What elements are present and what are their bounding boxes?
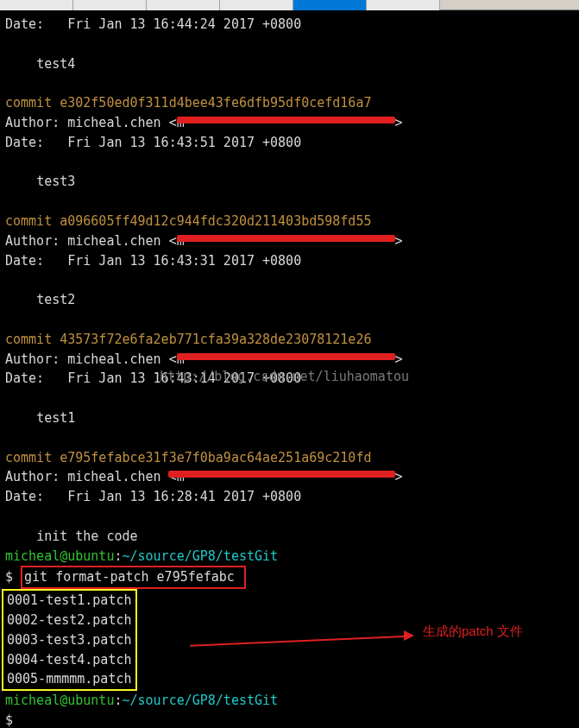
tab[interactable] (0, 0, 73, 10)
commit-date: Date: Fri Jan 13 16:44:24 2017 +0800 (5, 15, 574, 35)
prompt-line: micheal@ubuntu:~/source/GP8/testGit (5, 547, 574, 567)
commit-line: commit a096605ff49d12c944fdc320d211403bd… (5, 212, 574, 231)
tab[interactable] (220, 0, 293, 10)
tab[interactable] (73, 0, 147, 10)
patch-file: 0004-test4.patch (7, 650, 132, 670)
commit-msg: test3 (5, 172, 574, 192)
commit-date: Date: Fri Jan 13 16:43:51 2017 +0800 (5, 133, 574, 153)
annotation-arrow (190, 629, 414, 646)
commit-line: commit e302f50ed0f311d4bee43fe6dfb95df0c… (5, 93, 574, 113)
patch-output-box: 0001-test1.patch 0002-test2.patch 0003-t… (2, 589, 137, 691)
tab-bar (0, 0, 579, 10)
annotation-label: 生成的patch 文件 (423, 622, 523, 642)
tab[interactable] (367, 0, 440, 10)
commit-author: Author: micheal.chen <m > (5, 113, 574, 133)
tab-active[interactable] (293, 0, 367, 10)
tab[interactable] (147, 0, 220, 10)
commit-msg: test4 (5, 54, 574, 74)
redacted-email: m (177, 350, 395, 370)
patch-file: 0003-test3.patch (7, 630, 132, 650)
redacted-email: m (177, 467, 395, 487)
commit-msg: test1 (5, 408, 574, 428)
patch-file: 0001-test1.patch (7, 591, 132, 611)
commit-date: Date: Fri Jan 13 16:43:14 2017 +0800 (5, 369, 574, 389)
commit-line: commit e795fefabce31f3e7f0ba9ac64ae251a6… (5, 448, 574, 468)
commit-date: Date: Fri Jan 13 16:28:41 2017 +0800 (5, 487, 574, 507)
patch-file: 0002-test2.patch (7, 611, 132, 630)
prompt-line: micheal@ubuntu:~/source/GP8/testGit (5, 691, 574, 711)
commit-author: Author: micheal.chen <m > (5, 467, 574, 487)
command-line: $ git format-patch e795fefabc (5, 566, 574, 589)
commit-msg: init the code (5, 527, 574, 547)
commit-line: commit 43573f72e6fa2eb771cfa39a328de2307… (5, 330, 574, 350)
redacted-email: m (177, 113, 395, 133)
commit-author: Author: micheal.chen <m > (5, 231, 574, 251)
commit-author: Author: micheal.chen <m > (5, 350, 574, 370)
commit-date: Date: Fri Jan 13 16:43:31 2017 +0800 (5, 251, 574, 271)
redacted-email: m (177, 231, 395, 251)
commit-msg: test2 (5, 290, 574, 310)
highlighted-command: git format-patch e795fefabc (21, 566, 246, 589)
prompt-cursor[interactable]: $ (5, 711, 574, 728)
terminal-output[interactable]: Date: Fri Jan 13 16:44:24 2017 +0800 tes… (0, 10, 579, 728)
patch-file: 0005-mmmmm.patch (7, 669, 132, 689)
